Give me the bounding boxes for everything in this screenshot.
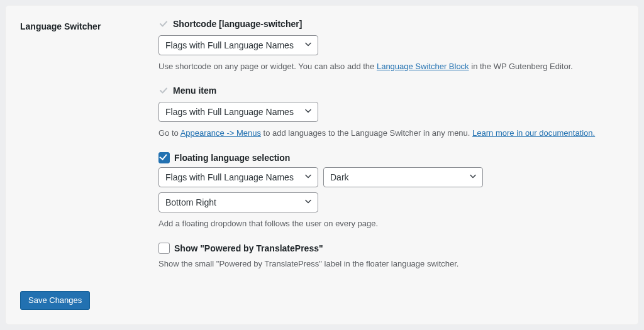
row-content: Shortcode [language-switcher] Flags with… (158, 19, 624, 271)
language-switcher-block-link[interactable]: Language Switcher Block (377, 62, 469, 71)
select-value: Bottom Right (165, 197, 216, 207)
floating-title: Floating language selection (174, 153, 290, 163)
powered-checkbox[interactable] (158, 243, 170, 254)
chevron-down-icon (304, 197, 313, 208)
floating-style-select[interactable]: Flags with Full Language Names (158, 167, 318, 187)
chevron-down-icon (304, 172, 313, 183)
powered-section: Show "Powered by TranslatePress" Show th… (158, 243, 624, 270)
menu-checkbox-label: Menu item (158, 85, 624, 96)
shortcode-checkbox-label: Shortcode [language-switcher] (158, 19, 624, 29)
checkbox-icon[interactable] (158, 85, 169, 96)
shortcode-style-select[interactable]: Flags with Full Language Names (158, 35, 318, 55)
menu-item-section: Menu item Flags with Full Language Names… (158, 85, 624, 140)
floating-theme-select[interactable]: Dark (323, 167, 483, 187)
floating-description: Add a floating dropdown that follows the… (158, 217, 624, 230)
select-value: Dark (330, 172, 349, 182)
save-changes-button[interactable]: Save Changes (20, 291, 90, 310)
menu-style-select[interactable]: Flags with Full Language Names (158, 102, 318, 122)
menu-description: Go to Appearance -> Menus to add languag… (158, 127, 624, 140)
floating-section: Floating language selection Flags with F… (158, 152, 624, 230)
floating-checkbox[interactable] (158, 152, 170, 163)
row-label: Language Switcher (20, 19, 158, 31)
select-value: Flags with Full Language Names (165, 107, 294, 117)
floating-checkbox-label: Floating language selection (158, 152, 624, 163)
chevron-down-icon (304, 40, 313, 51)
appearance-menus-link[interactable]: Appearance -> Menus (180, 128, 261, 138)
select-value: Flags with Full Language Names (165, 172, 294, 182)
powered-description: Show the small "Powered by TranslatePres… (158, 258, 624, 270)
menu-title: Menu item (173, 85, 216, 96)
shortcode-description: Use shortcode on any page or widget. You… (158, 60, 624, 73)
select-value: Flags with Full Language Names (165, 40, 294, 50)
checkbox-icon[interactable] (158, 19, 169, 29)
shortcode-title: Shortcode [language-switcher] (173, 19, 302, 29)
powered-title: Show "Powered by TranslatePress" (174, 243, 323, 253)
language-switcher-row: Language Switcher Shortcode [language-sw… (20, 19, 624, 271)
chevron-down-icon (469, 172, 477, 183)
shortcode-section: Shortcode [language-switcher] Flags with… (158, 19, 624, 73)
settings-panel: Language Switcher Shortcode [language-sw… (5, 5, 639, 325)
powered-checkbox-label: Show "Powered by TranslatePress" (158, 243, 624, 254)
chevron-down-icon (304, 107, 313, 118)
floating-position-select[interactable]: Bottom Right (158, 192, 318, 212)
documentation-link[interactable]: Learn more in our documentation. (472, 128, 595, 138)
